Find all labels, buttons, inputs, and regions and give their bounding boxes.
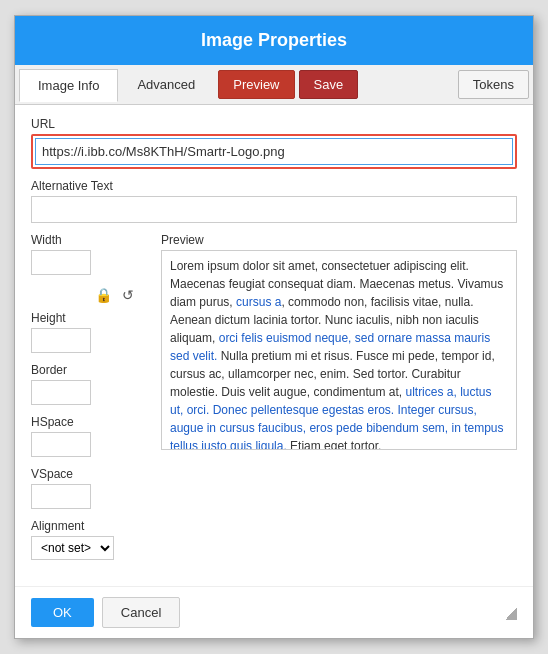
lock-button[interactable]: 🔒 [93, 285, 114, 305]
url-label: URL [31, 117, 517, 131]
url-container [31, 134, 517, 169]
height-input[interactable] [31, 328, 91, 353]
save-button[interactable]: Save [299, 70, 359, 99]
dialog-title: Image Properties [15, 16, 533, 65]
dialog-footer: OK Cancel [15, 586, 533, 638]
hspace-input[interactable] [31, 432, 91, 457]
alignment-label: Alignment [31, 519, 151, 533]
border-field-group: Border [31, 363, 151, 405]
preview-area-label: Preview [161, 233, 517, 247]
hspace-label: HSpace [31, 415, 151, 429]
height-label: Height [31, 311, 151, 325]
preview-button[interactable]: Preview [218, 70, 294, 99]
lock-refresh-row: 🔒 ↺ [93, 285, 151, 305]
ok-button[interactable]: OK [31, 598, 94, 627]
alignment-select[interactable]: <not set> left right top middle bottom b… [31, 536, 114, 560]
vspace-input[interactable] [31, 484, 91, 509]
alignment-row: <not set> left right top middle bottom b… [31, 536, 151, 560]
refresh-button[interactable]: ↺ [120, 285, 136, 305]
main-columns: Width 🔒 ↺ Height Border HSpace [31, 233, 517, 570]
url-field-group: URL [31, 117, 517, 169]
alignment-field-group: Alignment <not set> left right top middl… [31, 519, 151, 560]
dialog-body: URL Alternative Text Width 🔒 ↺ Heigh [15, 105, 533, 586]
image-properties-dialog: Image Properties Image Info Advanced Pre… [14, 15, 534, 639]
border-label: Border [31, 363, 151, 377]
cancel-button[interactable]: Cancel [102, 597, 180, 628]
hspace-field-group: HSpace [31, 415, 151, 457]
dialog-title-text: Image Properties [201, 30, 347, 50]
tab-image-info[interactable]: Image Info [19, 69, 118, 102]
alt-label: Alternative Text [31, 179, 517, 193]
height-field-group: Height [31, 311, 151, 353]
preview-text-area: Lorem ipsum dolor sit amet, consectetuer… [161, 250, 517, 450]
width-field-group: Width [31, 233, 151, 275]
vspace-label: VSpace [31, 467, 151, 481]
width-label: Width [31, 233, 151, 247]
dialog-tab-bar: Image Info Advanced Preview Save Tokens [15, 65, 533, 105]
alt-field-group: Alternative Text [31, 179, 517, 223]
preview-highlight-2: orci felis euismod neque, sed ornare mas… [170, 331, 490, 363]
tab-advanced[interactable]: Advanced [118, 68, 214, 101]
right-column: Preview Lorem ipsum dolor sit amet, cons… [161, 233, 517, 570]
preview-highlight-3: ultrices a, luctus ut, orci. Donec pelle… [170, 385, 504, 450]
resize-handle[interactable] [505, 608, 517, 620]
tokens-button[interactable]: Tokens [458, 70, 529, 99]
preview-highlight-1: cursus a [236, 295, 281, 309]
alt-input[interactable] [31, 196, 517, 223]
width-input[interactable] [31, 250, 91, 275]
vspace-field-group: VSpace [31, 467, 151, 509]
url-input[interactable] [35, 138, 513, 165]
left-column: Width 🔒 ↺ Height Border HSpace [31, 233, 151, 570]
border-input[interactable] [31, 380, 91, 405]
